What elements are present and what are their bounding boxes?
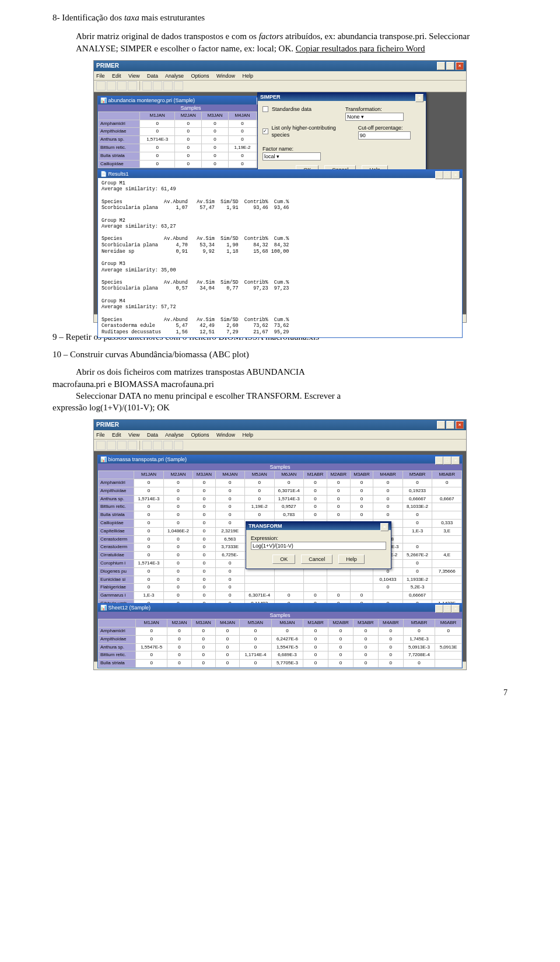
cell[interactable]: 0 [175,152,202,160]
tool-cut-icon[interactable] [142,81,152,90]
cell[interactable] [432,511,462,520]
cell[interactable]: 0 [245,479,275,487]
cell[interactable]: 0 [373,487,403,495]
row-header[interactable]: Bulla striata [99,511,134,520]
cell[interactable]: 0 [350,495,373,503]
col-header[interactable]: M4JAN [215,471,245,479]
col-header[interactable]: M4ABR [373,471,403,479]
cell[interactable]: 0 [175,128,202,136]
cell[interactable]: 7,7208E-4 [403,651,435,660]
cell[interactable]: 2,3219E [215,527,245,535]
col-header[interactable]: M4ABR [378,619,403,628]
cell[interactable] [432,543,462,552]
row-header[interactable]: Cirratulidae [99,552,134,560]
cell[interactable] [402,535,432,543]
tool-print-icon[interactable] [128,441,137,450]
expression-input[interactable] [251,542,386,550]
min-icon[interactable]: _ [435,456,443,465]
cell[interactable]: 0 [327,487,350,495]
cell[interactable]: 0 [167,635,191,643]
cell[interactable]: 1,5714E-3 [139,136,174,144]
cell[interactable]: 0 [373,503,403,511]
col-header[interactable]: M6ABR [432,471,462,479]
cell[interactable]: 1,0486E-2 [163,527,193,535]
tool-new-icon[interactable] [96,441,106,450]
close-button[interactable]: × [456,421,464,429]
cell[interactable]: 0 [378,660,403,668]
row-header[interactable]: Ampithoidae [99,487,134,495]
cell[interactable]: 0 [350,511,373,520]
cell[interactable]: 1,5547E-5 [135,643,167,651]
row-header[interactable]: Calliopidae [99,160,140,168]
cell[interactable]: 0 [353,651,378,660]
cell[interactable]: 0 [403,628,435,636]
row-header[interactable]: Flabigeridae [99,584,134,592]
menu-edit[interactable]: Edit [112,432,121,438]
cell[interactable]: 0 [373,584,403,592]
cell[interactable]: 0 [274,479,304,487]
cell[interactable]: 0 [191,660,215,668]
cell[interactable]: 0 [202,144,229,152]
help-button[interactable]: Help [338,555,365,564]
minimize-button[interactable]: _ [437,62,445,70]
cell[interactable]: 5,2667E-2 [402,552,432,560]
cell[interactable]: 0 [167,628,191,636]
cell[interactable]: 0 [350,487,373,495]
cell[interactable]: 0 [303,635,328,643]
cell[interactable]: 0 [303,628,328,636]
cell[interactable]: 0 [403,660,435,668]
cell[interactable]: 1,1933E-2 [402,576,432,584]
cell[interactable]: 0 [435,628,462,636]
cell[interactable]: 1,1714E-4 [240,651,272,660]
cell[interactable]: 0 [303,660,328,668]
cell[interactable]: 0 [134,567,164,576]
cell[interactable]: 0 [191,635,215,643]
cell[interactable]: 0 [193,576,215,584]
col-header[interactable]: M4JAN [228,111,256,120]
row-header[interactable]: Bittium retic. [99,144,140,152]
cell[interactable]: 0 [167,660,191,668]
cell[interactable]: 0 [167,651,191,660]
col-header[interactable]: M2JAN [163,471,193,479]
cell[interactable]: 0 [378,635,403,643]
cell[interactable]: 0 [163,535,193,543]
cell[interactable]: 0 [304,511,327,520]
max-icon[interactable]: □ [443,605,452,613]
cell[interactable]: 1,5714E-3 [134,560,164,568]
tool-paste-icon[interactable] [163,441,173,450]
cell[interactable]: 0 [139,144,174,152]
row-header[interactable]: Corophium i [99,560,134,568]
cell[interactable]: 0 [215,635,239,643]
row-header[interactable]: Ampithoidae [99,635,136,643]
cell[interactable]: 0 [163,584,193,592]
cell[interactable]: 0 [193,592,215,600]
cell[interactable]: 0 [215,628,239,636]
col-header[interactable]: M2ABR [328,619,354,628]
cell[interactable]: 0 [328,651,354,660]
cell[interactable] [432,584,462,592]
tool-copy-icon[interactable] [153,441,162,450]
cell[interactable]: 6,725E- [215,552,245,560]
cell[interactable]: 0 [402,567,432,576]
cell[interactable]: 0 [134,487,164,495]
menu-data[interactable]: Data [147,73,158,79]
cell[interactable]: 0 [139,128,174,136]
cell[interactable]: 0 [373,511,403,520]
cell[interactable]: 0 [350,592,373,600]
col-header[interactable]: M3JAN [202,111,229,120]
col-header[interactable]: M4JAN [215,619,239,628]
menu-file[interactable]: File [96,432,105,438]
cell[interactable]: 0,66667 [402,592,432,600]
cell[interactable]: 0 [215,495,245,503]
cell[interactable]: 5,7705E-3 [271,660,303,668]
cell[interactable]: 0 [163,487,193,495]
cell[interactable]: 0 [134,520,164,528]
menu-window[interactable]: Window [216,432,235,438]
cell[interactable]: 0 [353,628,378,636]
menu-view[interactable]: View [128,432,139,438]
col-header[interactable]: M1JAN [139,111,174,120]
menu-data[interactable]: Data [147,432,158,438]
cell[interactable]: 0 [193,503,215,511]
cell[interactable] [435,635,462,643]
cell[interactable]: 0 [167,643,191,651]
